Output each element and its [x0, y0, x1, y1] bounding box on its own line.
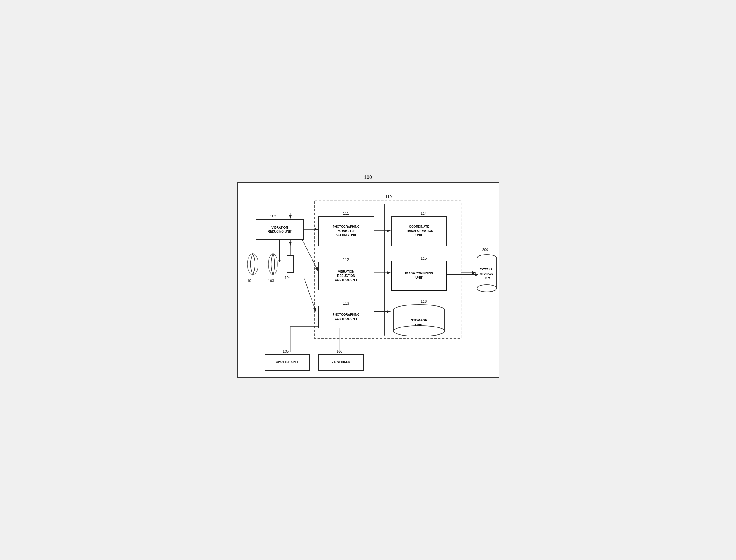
label-113: 113 — [343, 301, 349, 305]
label-104: 104 — [285, 276, 291, 280]
arrow-102-down — [279, 240, 280, 262]
label-103: 103 — [268, 279, 274, 283]
svg-text:EXTERNAL: EXTERNAL — [479, 268, 494, 271]
label-114: 114 — [421, 211, 427, 216]
photo-control-unit: PHOTOGRAPHINGCONTROL UNIT — [318, 306, 374, 328]
label-116: 116 — [421, 299, 427, 304]
svg-point-25 — [268, 254, 277, 275]
svg-text:UNIT: UNIT — [415, 323, 423, 327]
vibration-reducing-unit: VIBRATIONREDUCING UNIT — [256, 219, 304, 240]
label-112: 112 — [343, 258, 349, 262]
storage-unit-116: STORAGE UNIT — [391, 303, 447, 336]
label-106: 106 — [337, 349, 343, 354]
svg-point-28 — [393, 326, 445, 336]
svg-point-33 — [477, 285, 497, 292]
svg-text:STORAGE: STORAGE — [480, 272, 493, 275]
image-combining-unit: IMAGE COMBININGUNIT — [391, 261, 447, 291]
label-110: 110 — [385, 194, 392, 199]
label-105: 105 — [283, 349, 289, 354]
svg-text:STORAGE: STORAGE — [411, 318, 427, 322]
arrow-115-to-200 — [447, 274, 478, 275]
shutter-element-104 — [287, 255, 294, 273]
svg-line-21 — [304, 279, 316, 311]
label-100: 100 — [364, 175, 372, 180]
svg-line-23 — [301, 236, 318, 271]
label-200: 200 — [482, 248, 488, 252]
svg-point-24 — [247, 254, 258, 275]
lens-101 — [247, 252, 259, 276]
coord-transform-unit: COORDINATETRANSFORMATIONUNIT — [391, 216, 447, 246]
svg-text:UNIT: UNIT — [484, 277, 490, 280]
lens-103 — [268, 252, 278, 276]
external-storage-unit: EXTERNAL STORAGE UNIT — [476, 252, 498, 294]
photo-param-unit: PHOTOGRAPHINGPARAMETERSETTING UNIT — [318, 216, 374, 246]
label-102: 102 — [270, 214, 276, 218]
vibration-control-unit: VIBRATIONREDUCTIONCONTROL UNIT — [318, 262, 374, 290]
label-115: 115 — [421, 256, 427, 261]
shutter-unit: SHUTTER UNIT — [265, 354, 310, 371]
main-outer-box: 110 VIBRATIONREDUCING UNIT 102 101 103 1… — [237, 182, 499, 378]
label-101: 101 — [247, 279, 253, 283]
viewfinder-unit: VIEWFINDER — [318, 354, 364, 371]
label-111: 111 — [343, 211, 349, 216]
